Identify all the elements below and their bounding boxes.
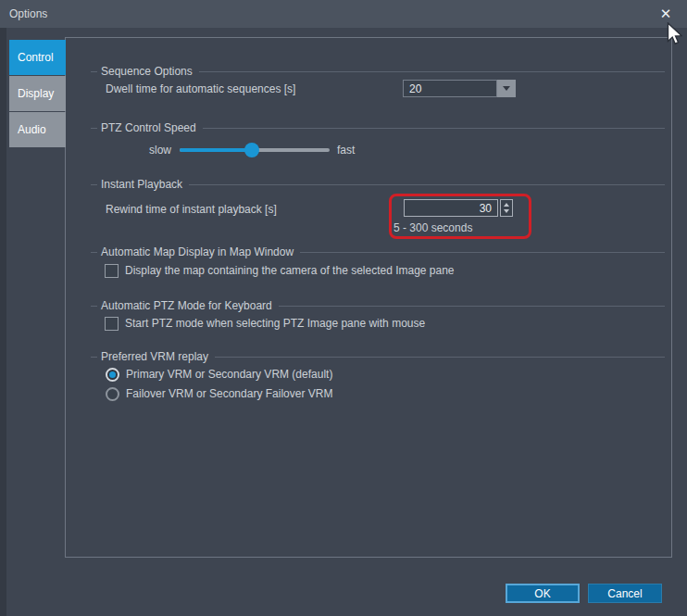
tab-audio[interactable]: Audio	[9, 112, 66, 147]
dwell-time-dropdown[interactable]: 20	[403, 80, 516, 97]
spin-up-icon[interactable]	[504, 203, 509, 207]
ptz-speed-slider-row: slow fast	[149, 142, 445, 158]
rewind-time-label: Rewind time of instant playback [s]	[106, 203, 277, 216]
slider-thumb[interactable]	[244, 143, 259, 157]
slider-fast-label: fast	[337, 144, 355, 157]
ok-button[interactable]: OK	[506, 584, 580, 603]
spinner-buttons[interactable]	[500, 199, 513, 217]
slider-slow-label: slow	[149, 144, 171, 157]
rewind-time-input[interactable]: 30	[404, 199, 498, 217]
mouse-cursor	[667, 22, 682, 46]
radio-dot	[109, 371, 116, 378]
radio-dot	[109, 391, 116, 397]
heading-rule	[189, 184, 665, 185]
options-dialog: Options ✕ Sequence Options Dwell time fo…	[0, 0, 687, 616]
cancel-button[interactable]: Cancel	[588, 584, 662, 603]
ptz-keyboard-checkbox-label: Start PTZ mode when selecting PTZ Image …	[125, 317, 425, 330]
heading-rule	[91, 128, 97, 129]
dwell-time-label: Dwell time for automatic sequences [s]	[106, 82, 295, 95]
heading-rule	[215, 357, 665, 358]
group-heading-sequence-options: Sequence Options	[91, 65, 665, 78]
options-tab-list: Control Display Audio	[9, 40, 66, 148]
dwell-time-value[interactable]: 20	[403, 80, 497, 97]
heading-rule	[300, 252, 665, 253]
heading-rule	[91, 252, 97, 253]
vrm-primary-radio[interactable]	[106, 368, 119, 382]
content-panel: Sequence Options Dwell time for automati…	[65, 37, 672, 558]
group-heading-vrm-replay: Preferred VRM replay	[91, 350, 665, 363]
heading-rule	[91, 184, 97, 185]
heading-rule	[91, 71, 97, 72]
group-heading-ptz-speed: PTZ Control Speed	[91, 121, 665, 134]
heading-rule	[279, 306, 665, 307]
tab-control[interactable]: Control	[9, 40, 66, 75]
heading-rule	[199, 71, 665, 72]
spin-down-icon[interactable]	[504, 209, 509, 213]
rewind-range-hint: 5 - 300 seconds	[393, 221, 472, 234]
group-heading-ptz-keyboard: Automatic PTZ Mode for Keyboard	[91, 299, 665, 312]
dialog-left-edge	[0, 28, 6, 616]
heading-rule	[91, 357, 97, 358]
map-display-checkbox[interactable]	[105, 264, 119, 278]
map-display-checkbox-label: Display the map containing the camera of…	[125, 264, 455, 277]
vrm-failover-radio[interactable]	[106, 387, 119, 401]
ptz-keyboard-checkbox[interactable]	[105, 317, 119, 331]
heading-rule	[91, 306, 97, 307]
vrm-primary-radio-row: Primary VRM or Secondary VRM (default)	[106, 367, 332, 382]
vrm-failover-radio-row: Failover VRM or Secondary Failover VRM	[106, 386, 332, 401]
group-heading-instant-playback: Instant Playback	[91, 178, 665, 191]
map-display-checkbox-row: Display the map containing the camera of…	[105, 263, 455, 278]
ptz-speed-slider[interactable]	[180, 148, 330, 152]
dropdown-button[interactable]	[497, 80, 516, 97]
ptz-keyboard-checkbox-row: Start PTZ mode when selecting PTZ Image …	[105, 316, 425, 331]
vrm-failover-radio-label: Failover VRM or Secondary Failover VRM	[126, 387, 332, 400]
window-title: Options	[9, 7, 47, 20]
vrm-primary-radio-label: Primary VRM or Secondary VRM (default)	[126, 368, 332, 381]
slider-fill	[180, 148, 252, 152]
chevron-down-icon	[503, 86, 510, 91]
heading-rule	[203, 128, 665, 129]
group-heading-map-display: Automatic Map Display in Map Window	[91, 245, 665, 258]
tab-display[interactable]: Display	[9, 76, 66, 111]
title-bar: Options ✕	[0, 0, 687, 28]
rewind-time-spinner: 30	[404, 199, 513, 217]
